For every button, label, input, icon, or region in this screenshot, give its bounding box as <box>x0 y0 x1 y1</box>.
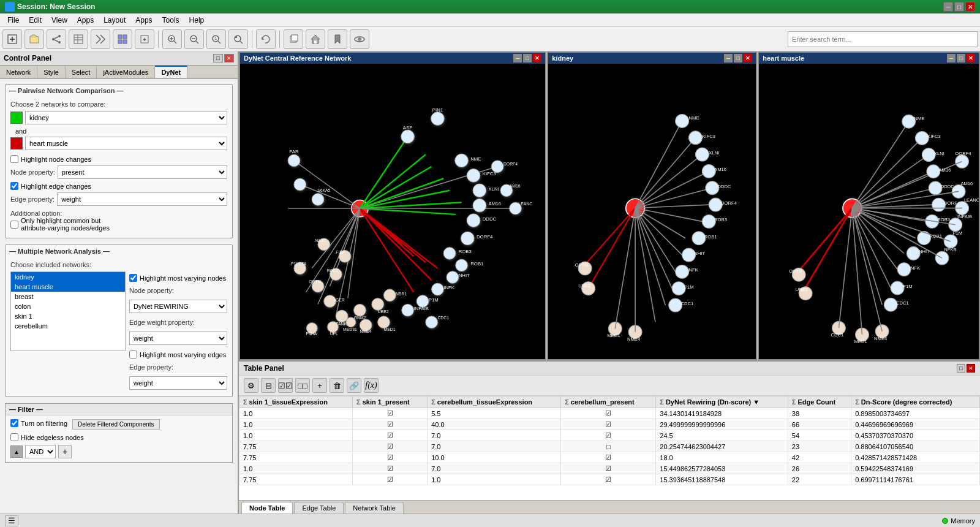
close-button[interactable]: ✕ <box>965 2 975 12</box>
kidney-window-controls[interactable]: ─ □ ✕ <box>724 54 752 63</box>
col-dynet-rewiring[interactable]: ΣDyNet Rewiring (Dn-score) ▼ <box>656 396 788 408</box>
table-window-controls[interactable]: □ ✕ <box>957 364 975 373</box>
network-item-cerebellum[interactable]: cerebellum <box>11 321 125 331</box>
network-item-colon[interactable]: colon <box>11 301 125 311</box>
tab-network[interactable]: Network <box>0 66 37 78</box>
col-skin1-present[interactable]: Σskin 1_present <box>353 396 428 408</box>
share2-button[interactable] <box>91 29 110 49</box>
tab-node-table[interactable]: Node Table <box>241 502 293 514</box>
menu-apps2[interactable]: Apps <box>130 13 157 26</box>
network2-select[interactable]: heart muscle <box>25 137 227 150</box>
network-item-heartmuscle[interactable]: heart muscle <box>11 282 125 292</box>
node-prop-dynet-select[interactable]: DyNet REWIRING <box>129 300 227 313</box>
menu-edit[interactable]: Edit <box>24 13 47 26</box>
tab-style[interactable]: Style <box>37 66 65 78</box>
new-session-button[interactable] <box>2 29 22 49</box>
panel-minimize-button[interactable]: □ <box>213 54 223 63</box>
table-restore-button[interactable]: □ <box>957 364 965 373</box>
refresh-button[interactable] <box>256 29 276 49</box>
table-columns-button[interactable]: ⊟ <box>261 378 276 393</box>
col-dn-corrected[interactable]: ΣDn-Score (degree corrected) <box>851 396 980 408</box>
edge-prop-select[interactable]: weight <box>129 376 227 390</box>
heartmuscle-close-button[interactable]: ✕ <box>967 54 975 63</box>
edge-weight-select[interactable]: weight <box>129 332 227 345</box>
kidney-minimize-button[interactable]: ─ <box>724 54 733 63</box>
table-button[interactable] <box>69 29 88 49</box>
table-delete-button[interactable]: 🗑 <box>330 378 344 393</box>
highlight-node-changes-check[interactable] <box>10 155 18 163</box>
open-file-button[interactable] <box>24 29 44 49</box>
table-add-button[interactable]: + <box>312 378 327 393</box>
kidney-close-button[interactable]: ✕ <box>744 54 752 63</box>
network1-select[interactable]: kidney <box>25 111 227 124</box>
heartmuscle-restore-button[interactable]: □ <box>957 54 965 63</box>
highlight-varying-nodes-check[interactable] <box>129 274 137 282</box>
share-button[interactable] <box>47 29 66 49</box>
central-canvas[interactable]: ASP PIN1 PAR S6KA5 NME KIFC3 <box>240 64 545 359</box>
only-highlight-common-check[interactable] <box>10 221 18 229</box>
table-settings-button[interactable]: ⚙ <box>244 378 258 393</box>
central-minimize-button[interactable]: ─ <box>513 54 522 63</box>
status-menu-button[interactable]: ☰ <box>5 515 18 526</box>
menu-tools[interactable]: Tools <box>157 13 184 26</box>
network-item-breast[interactable]: breast <box>11 292 125 301</box>
tab-select[interactable]: Select <box>66 66 97 78</box>
turn-on-filtering-check[interactable] <box>10 419 18 427</box>
node-property-select[interactable]: present <box>58 165 227 179</box>
zoom-area-button[interactable] <box>228 29 248 49</box>
table-link-button[interactable]: 🔗 <box>347 378 361 393</box>
network-list[interactable]: kidney heart muscle breast colon skin 1 … <box>10 271 126 351</box>
zoom-in-button[interactable] <box>162 29 182 49</box>
view-button[interactable] <box>350 29 369 49</box>
col-cereb-tissue[interactable]: Σcerebellum_tissueExpression <box>428 396 561 408</box>
central-window-controls[interactable]: ─ □ ✕ <box>513 54 541 63</box>
menu-file[interactable]: File <box>2 13 24 26</box>
delete-filtered-button[interactable]: Delete Filtered Components <box>72 419 160 430</box>
network-table-button[interactable] <box>113 29 132 49</box>
network-item-skin1[interactable]: skin 1 <box>11 311 125 321</box>
window-controls[interactable]: ─ □ ✕ <box>943 2 975 12</box>
central-close-button[interactable]: ✕ <box>533 54 541 63</box>
search-input[interactable] <box>788 31 978 47</box>
table-uncheck-button[interactable]: □□ <box>295 378 310 393</box>
copy-button[interactable] <box>284 29 303 49</box>
menu-view[interactable]: View <box>47 13 72 26</box>
highlight-varying-edges-check[interactable] <box>129 351 137 358</box>
filter-logic-select[interactable]: AND <box>25 445 56 458</box>
table-check-all-button[interactable]: ☑☑ <box>278 378 293 393</box>
fit-button[interactable]: 1 <box>206 29 226 49</box>
menu-apps[interactable]: Apps <box>72 13 99 26</box>
menu-help[interactable]: Help <box>184 13 209 26</box>
export-button[interactable] <box>135 29 154 49</box>
col-edge-count[interactable]: ΣEdge Count <box>788 396 851 408</box>
panel-controls[interactable]: □ ✕ <box>213 54 234 63</box>
table-content[interactable]: Σskin 1_tissueExpression Σskin 1_present… <box>239 396 980 500</box>
menu-layout[interactable]: Layout <box>99 13 130 26</box>
heartmuscle-canvas[interactable]: DORF4 NME KIFC3 XLNI AM16 DDDC <box>759 64 979 359</box>
edge-property-select[interactable]: weight <box>57 192 227 206</box>
central-restore-button[interactable]: □ <box>523 54 532 63</box>
col-cereb-present[interactable]: Σcerebellum_present <box>561 396 656 408</box>
tab-jactivemodules[interactable]: jActiveModules <box>97 66 155 78</box>
zoom-out-button[interactable] <box>184 29 204 49</box>
add-filter-button[interactable]: + <box>58 445 72 458</box>
maximize-button[interactable]: □ <box>954 2 964 12</box>
hide-edgeless-check[interactable] <box>10 433 18 441</box>
col-skin1-tissue[interactable]: Σskin 1_tissueExpression <box>239 396 353 408</box>
table-close-button[interactable]: ✕ <box>967 364 975 373</box>
bookmark-button[interactable] <box>328 29 347 49</box>
kidney-restore-button[interactable]: □ <box>734 54 742 63</box>
tab-network-table[interactable]: Network Table <box>345 502 404 514</box>
home-button[interactable] <box>306 29 325 49</box>
filter-arrow-up[interactable]: ▲ <box>10 445 23 458</box>
network-item-kidney[interactable]: kidney <box>11 272 125 282</box>
panel-close-button[interactable]: ✕ <box>224 54 234 63</box>
tab-dynet[interactable]: DyNet <box>155 66 187 78</box>
heartmuscle-minimize-button[interactable]: ─ <box>947 54 956 63</box>
table-function-button[interactable]: f(x) <box>364 378 379 393</box>
highlight-edge-changes-check[interactable] <box>10 182 18 190</box>
kidney-canvas[interactable]: NME KIFC3 XLNI AM16 DDDC DORF4 ROB3 <box>548 64 756 359</box>
tab-edge-table[interactable]: Edge Table <box>294 502 344 514</box>
minimize-button[interactable]: ─ <box>943 2 953 12</box>
heartmuscle-window-controls[interactable]: ─ □ ✕ <box>947 54 975 63</box>
